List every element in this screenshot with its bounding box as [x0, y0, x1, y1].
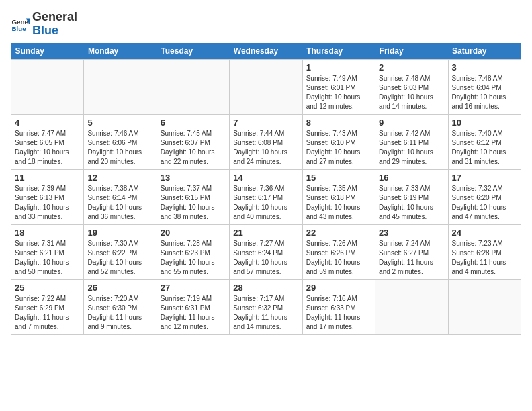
calendar-cell	[11, 59, 84, 114]
calendar-week-row: 11Sunrise: 7:39 AM Sunset: 6:13 PM Dayli…	[11, 169, 521, 224]
day-number: 6	[161, 118, 226, 128]
day-info: Sunrise: 7:23 AM Sunset: 6:28 PM Dayligh…	[452, 239, 517, 277]
day-info: Sunrise: 7:35 AM Sunset: 6:18 PM Dayligh…	[306, 184, 371, 222]
day-number: 7	[233, 118, 298, 128]
svg-text:Blue: Blue	[11, 25, 26, 32]
day-number: 3	[452, 62, 517, 73]
calendar-cell: 29Sunrise: 7:16 AM Sunset: 6:33 PM Dayli…	[302, 279, 375, 334]
day-number: 14	[233, 173, 298, 183]
day-number: 15	[306, 173, 371, 183]
calendar-week-row: 25Sunrise: 7:22 AM Sunset: 6:29 PM Dayli…	[11, 279, 521, 334]
logo: General Blue General Blue	[11, 11, 77, 38]
day-number: 11	[15, 173, 80, 183]
day-info: Sunrise: 7:49 AM Sunset: 6:01 PM Dayligh…	[306, 74, 371, 111]
day-header-friday: Friday	[375, 43, 448, 60]
day-info: Sunrise: 7:19 AM Sunset: 6:31 PM Dayligh…	[161, 294, 226, 332]
day-info: Sunrise: 7:43 AM Sunset: 6:10 PM Dayligh…	[306, 129, 371, 167]
logo-icon: General Blue	[11, 15, 30, 34]
calendar-cell: 23Sunrise: 7:24 AM Sunset: 6:27 PM Dayli…	[375, 224, 448, 279]
day-number: 10	[452, 118, 517, 128]
logo-text: General Blue	[32, 11, 77, 38]
day-header-monday: Monday	[84, 43, 157, 60]
day-info: Sunrise: 7:27 AM Sunset: 6:24 PM Dayligh…	[233, 239, 298, 277]
day-info: Sunrise: 7:33 AM Sunset: 6:19 PM Dayligh…	[379, 184, 444, 222]
day-info: Sunrise: 7:30 AM Sunset: 6:22 PM Dayligh…	[87, 239, 152, 277]
day-number: 22	[306, 228, 371, 238]
calendar-cell: 25Sunrise: 7:22 AM Sunset: 6:29 PM Dayli…	[11, 279, 84, 334]
day-number: 9	[379, 118, 444, 128]
day-number: 18	[15, 228, 80, 238]
calendar-cell: 16Sunrise: 7:33 AM Sunset: 6:19 PM Dayli…	[375, 169, 448, 224]
day-header-saturday: Saturday	[448, 43, 521, 60]
day-number: 2	[379, 62, 444, 73]
calendar-cell: 9Sunrise: 7:42 AM Sunset: 6:11 PM Daylig…	[375, 114, 448, 169]
day-info: Sunrise: 7:47 AM Sunset: 6:05 PM Dayligh…	[15, 129, 80, 167]
calendar-cell: 5Sunrise: 7:46 AM Sunset: 6:06 PM Daylig…	[84, 114, 157, 169]
day-number: 28	[233, 283, 298, 293]
calendar-cell: 24Sunrise: 7:23 AM Sunset: 6:28 PM Dayli…	[448, 224, 521, 279]
calendar-cell: 19Sunrise: 7:30 AM Sunset: 6:22 PM Dayli…	[84, 224, 157, 279]
day-number: 17	[452, 173, 517, 183]
day-number: 13	[161, 173, 226, 183]
calendar-table: SundayMondayTuesdayWednesdayThursdayFrid…	[11, 43, 521, 335]
day-header-sunday: Sunday	[11, 43, 84, 60]
calendar-cell: 6Sunrise: 7:45 AM Sunset: 6:07 PM Daylig…	[157, 114, 229, 169]
day-info: Sunrise: 7:40 AM Sunset: 6:12 PM Dayligh…	[452, 129, 517, 167]
calendar-cell: 8Sunrise: 7:43 AM Sunset: 6:10 PM Daylig…	[302, 114, 375, 169]
calendar-cell: 4Sunrise: 7:47 AM Sunset: 6:05 PM Daylig…	[11, 114, 84, 169]
day-header-tuesday: Tuesday	[157, 43, 229, 60]
calendar-cell: 7Sunrise: 7:44 AM Sunset: 6:08 PM Daylig…	[230, 114, 302, 169]
calendar-cell: 12Sunrise: 7:38 AM Sunset: 6:14 PM Dayli…	[84, 169, 157, 224]
day-info: Sunrise: 7:28 AM Sunset: 6:23 PM Dayligh…	[161, 239, 226, 277]
day-info: Sunrise: 7:36 AM Sunset: 6:17 PM Dayligh…	[233, 184, 298, 222]
calendar-cell: 26Sunrise: 7:20 AM Sunset: 6:30 PM Dayli…	[84, 279, 157, 334]
day-info: Sunrise: 7:46 AM Sunset: 6:06 PM Dayligh…	[87, 129, 152, 167]
calendar-cell: 2Sunrise: 7:48 AM Sunset: 6:03 PM Daylig…	[375, 59, 448, 114]
page-header: General Blue General Blue	[11, 11, 521, 38]
day-info: Sunrise: 7:39 AM Sunset: 6:13 PM Dayligh…	[15, 184, 80, 222]
calendar-cell: 1Sunrise: 7:49 AM Sunset: 6:01 PM Daylig…	[302, 59, 375, 114]
calendar-cell: 17Sunrise: 7:32 AM Sunset: 6:20 PM Dayli…	[448, 169, 521, 224]
day-number: 4	[15, 118, 80, 128]
calendar-cell: 28Sunrise: 7:17 AM Sunset: 6:32 PM Dayli…	[230, 279, 302, 334]
day-number: 1	[306, 62, 371, 73]
calendar-cell: 21Sunrise: 7:27 AM Sunset: 6:24 PM Dayli…	[230, 224, 302, 279]
calendar-cell	[448, 279, 521, 334]
calendar-cell: 10Sunrise: 7:40 AM Sunset: 6:12 PM Dayli…	[448, 114, 521, 169]
day-number: 19	[87, 228, 152, 238]
day-info: Sunrise: 7:42 AM Sunset: 6:11 PM Dayligh…	[379, 129, 444, 167]
day-info: Sunrise: 7:44 AM Sunset: 6:08 PM Dayligh…	[233, 129, 298, 167]
day-info: Sunrise: 7:22 AM Sunset: 6:29 PM Dayligh…	[15, 294, 80, 332]
day-number: 12	[87, 173, 152, 183]
calendar-cell: 13Sunrise: 7:37 AM Sunset: 6:15 PM Dayli…	[157, 169, 229, 224]
day-info: Sunrise: 7:32 AM Sunset: 6:20 PM Dayligh…	[452, 184, 517, 222]
calendar-week-row: 18Sunrise: 7:31 AM Sunset: 6:21 PM Dayli…	[11, 224, 521, 279]
day-info: Sunrise: 7:37 AM Sunset: 6:15 PM Dayligh…	[161, 184, 226, 222]
calendar-cell	[375, 279, 448, 334]
calendar-cell: 22Sunrise: 7:26 AM Sunset: 6:26 PM Dayli…	[302, 224, 375, 279]
day-number: 25	[15, 283, 80, 293]
day-number: 5	[87, 118, 152, 128]
day-header-wednesday: Wednesday	[230, 43, 302, 60]
day-number: 20	[161, 228, 226, 238]
day-number: 29	[306, 283, 371, 293]
day-number: 26	[87, 283, 152, 293]
calendar-cell: 15Sunrise: 7:35 AM Sunset: 6:18 PM Dayli…	[302, 169, 375, 224]
day-number: 21	[233, 228, 298, 238]
calendar-cell: 3Sunrise: 7:48 AM Sunset: 6:04 PM Daylig…	[448, 59, 521, 114]
day-info: Sunrise: 7:45 AM Sunset: 6:07 PM Dayligh…	[161, 129, 226, 167]
day-info: Sunrise: 7:17 AM Sunset: 6:32 PM Dayligh…	[233, 294, 298, 332]
day-info: Sunrise: 7:20 AM Sunset: 6:30 PM Dayligh…	[87, 294, 152, 332]
day-info: Sunrise: 7:48 AM Sunset: 6:03 PM Dayligh…	[379, 74, 444, 111]
calendar-week-row: 4Sunrise: 7:47 AM Sunset: 6:05 PM Daylig…	[11, 114, 521, 169]
day-info: Sunrise: 7:16 AM Sunset: 6:33 PM Dayligh…	[306, 294, 371, 332]
calendar-cell	[157, 59, 229, 114]
calendar-cell: 11Sunrise: 7:39 AM Sunset: 6:13 PM Dayli…	[11, 169, 84, 224]
calendar-header-row: SundayMondayTuesdayWednesdayThursdayFrid…	[11, 43, 521, 60]
calendar-cell: 14Sunrise: 7:36 AM Sunset: 6:17 PM Dayli…	[230, 169, 302, 224]
calendar-week-row: 1Sunrise: 7:49 AM Sunset: 6:01 PM Daylig…	[11, 59, 521, 114]
day-info: Sunrise: 7:26 AM Sunset: 6:26 PM Dayligh…	[306, 239, 371, 277]
day-header-thursday: Thursday	[302, 43, 375, 60]
day-number: 16	[379, 173, 444, 183]
calendar-cell: 27Sunrise: 7:19 AM Sunset: 6:31 PM Dayli…	[157, 279, 229, 334]
